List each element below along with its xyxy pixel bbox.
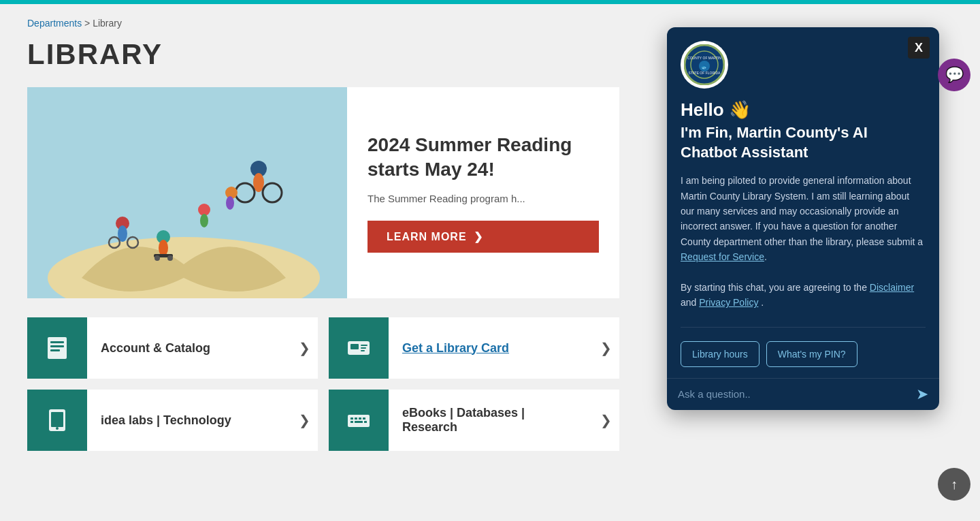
breadcrumb-departments[interactable]: Departments xyxy=(27,18,82,29)
tablet-icon xyxy=(42,405,72,435)
svg-rect-29 xyxy=(51,412,63,427)
breadcrumb: Departments > Library xyxy=(27,18,599,29)
chatbot-divider xyxy=(681,327,926,328)
disclaimer-link[interactable]: Disclaimer xyxy=(870,282,914,293)
chatbot-float-button[interactable]: 💬 xyxy=(938,59,970,91)
chatbot-greeting: Hello 👋 xyxy=(681,99,926,121)
svg-rect-26 xyxy=(361,347,366,349)
library-card-icon-bg xyxy=(329,317,389,379)
hero-image xyxy=(27,87,347,298)
svg-text:COUNTY OF MARTIN: COUNTY OF MARTIN xyxy=(687,56,721,60)
idea-labs-label: idea labs | Technology xyxy=(87,413,291,428)
chatbot-quick-buttons: Library hours What's my PIN? xyxy=(667,333,939,375)
svg-rect-24 xyxy=(350,344,359,349)
svg-rect-34 xyxy=(359,417,361,420)
ebooks-arrow: ❯ xyxy=(592,412,619,428)
chatbot-body: I am being piloted to provide general in… xyxy=(667,173,939,321)
svg-rect-21 xyxy=(50,345,64,347)
svg-rect-27 xyxy=(361,350,365,351)
idea-labs-icon-bg xyxy=(27,390,87,451)
library-card-label: Get a Library Card xyxy=(389,341,592,356)
chatbot-name: I'm Fin, Martin County's AI Chatbot Assi… xyxy=(681,123,926,162)
svg-point-18 xyxy=(167,255,173,261)
account-catalog-label: Account & Catalog xyxy=(87,341,291,356)
quick-link-ebooks[interactable]: eBooks | Databases | Research ❯ xyxy=(329,390,619,451)
quick-link-library-card[interactable]: Get a Library Card ❯ xyxy=(329,317,619,379)
library-hours-button[interactable]: Library hours xyxy=(681,341,760,367)
quick-link-idea-labs[interactable]: idea labs | Technology ❯ xyxy=(27,390,318,451)
ebooks-label: eBooks | Databases | Research xyxy=(389,406,592,435)
quick-links-grid: Account & Catalog ❯ Get a Library Card ❯ xyxy=(27,317,619,451)
quick-link-account-catalog[interactable]: Account & Catalog ❯ xyxy=(27,317,318,379)
svg-text:🐟: 🐟 xyxy=(701,63,708,70)
library-card-arrow: ❯ xyxy=(592,340,619,356)
svg-rect-20 xyxy=(50,341,64,343)
breadcrumb-separator: > xyxy=(84,18,93,29)
svg-rect-36 xyxy=(350,421,353,423)
hero-title: 2024 Summer Reading starts May 24! xyxy=(368,133,599,183)
chatbot-input[interactable] xyxy=(678,388,916,400)
chatbot-send-button[interactable]: ➤ xyxy=(916,385,928,403)
chatbot-body-text2: By starting this chat, you are agreeing … xyxy=(681,282,867,293)
scroll-top-icon: ↑ xyxy=(951,477,958,492)
svg-rect-37 xyxy=(355,421,363,423)
hero-banner: 2024 Summer Reading starts May 24! The S… xyxy=(27,87,619,298)
whats-my-pin-button[interactable]: What's my PIN? xyxy=(766,341,858,367)
svg-point-13 xyxy=(226,196,234,210)
learn-more-label: LEARN MORE xyxy=(387,231,467,243)
svg-point-17 xyxy=(154,255,160,261)
chatbot-input-area: ➤ xyxy=(667,378,939,410)
card-icon xyxy=(344,333,374,363)
svg-rect-19 xyxy=(48,337,67,359)
svg-rect-25 xyxy=(361,345,368,346)
page-content: Departments > Library LIBRARY xyxy=(0,4,626,464)
scroll-top-button[interactable]: ↑ xyxy=(938,468,970,501)
svg-rect-22 xyxy=(50,349,60,351)
chatbot-header: X COUNTY OF MARTIN STATE OF FLORIDA 🐟 He… xyxy=(667,27,939,173)
svg-rect-32 xyxy=(350,417,353,420)
hero-text: 2024 Summer Reading starts May 24! The S… xyxy=(347,87,619,298)
hero-desc: The Summer Reading program h... xyxy=(368,193,599,204)
chatbot-close-button[interactable]: X xyxy=(908,37,930,59)
page-title: LIBRARY xyxy=(27,38,599,71)
svg-rect-38 xyxy=(364,421,367,423)
chatbot-float-icon: 💬 xyxy=(945,66,964,84)
chatbot-body-text1: I am being piloted to provide general in… xyxy=(681,175,923,247)
svg-point-30 xyxy=(56,427,59,430)
chatbot-and: and xyxy=(681,297,699,308)
catalog-icon xyxy=(42,333,72,363)
svg-rect-35 xyxy=(363,417,365,420)
ebooks-icon-bg xyxy=(329,390,389,451)
svg-point-11 xyxy=(200,214,208,227)
privacy-policy-link[interactable]: Privacy Policy xyxy=(699,297,758,308)
request-service-link[interactable]: Request for Service xyxy=(681,251,764,262)
chatbot-logo: COUNTY OF MARTIN STATE OF FLORIDA 🐟 xyxy=(681,41,728,89)
svg-rect-33 xyxy=(355,417,357,420)
chatbot-period: . xyxy=(761,297,764,308)
idea-labs-arrow: ❯ xyxy=(291,412,318,428)
keyboard-icon xyxy=(344,405,374,435)
account-catalog-icon-bg xyxy=(27,317,87,379)
chatbot-panel: X COUNTY OF MARTIN STATE OF FLORIDA 🐟 He… xyxy=(667,27,939,410)
account-catalog-arrow: ❯ xyxy=(291,340,318,356)
learn-more-button[interactable]: LEARN MORE ❯ xyxy=(368,221,599,253)
learn-more-arrow: ❯ xyxy=(474,230,483,243)
breadcrumb-library: Library xyxy=(93,18,122,29)
svg-point-15 xyxy=(159,240,168,256)
